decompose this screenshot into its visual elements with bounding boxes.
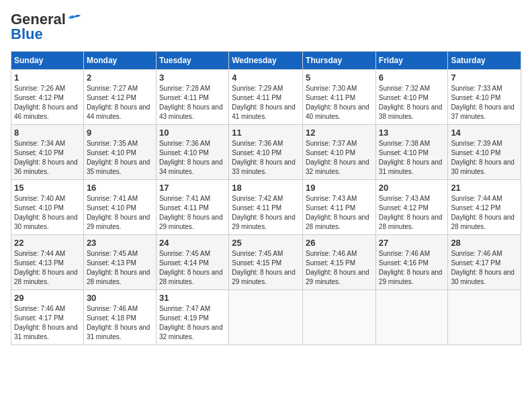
- weekday-header-cell: Monday: [83, 52, 156, 70]
- calendar-day-cell: 27 Sunrise: 7:46 AMSunset: 4:16 PMDaylig…: [375, 235, 448, 290]
- calendar-body: 1 Sunrise: 7:26 AMSunset: 4:12 PMDayligh…: [11, 70, 521, 345]
- calendar-week-row: 8 Sunrise: 7:34 AMSunset: 4:10 PMDayligh…: [11, 125, 521, 180]
- page-header: General Blue: [11, 11, 521, 43]
- calendar-day-cell: 11 Sunrise: 7:36 AMSunset: 4:10 PMDaylig…: [229, 125, 303, 180]
- day-number: 13: [379, 128, 445, 138]
- calendar-day-cell: 15 Sunrise: 7:40 AMSunset: 4:10 PMDaylig…: [11, 180, 84, 235]
- day-number: 26: [306, 238, 373, 248]
- weekday-header-cell: Thursday: [303, 52, 376, 70]
- calendar-day-cell: 20 Sunrise: 7:43 AMSunset: 4:12 PMDaylig…: [375, 180, 448, 235]
- day-info: Sunrise: 7:38 AMSunset: 4:10 PMDaylight:…: [379, 140, 443, 175]
- day-number: 23: [87, 238, 153, 248]
- weekday-header-cell: Saturday: [448, 52, 521, 70]
- calendar-day-cell: [303, 290, 376, 345]
- weekday-header-cell: Wednesday: [229, 52, 303, 70]
- day-number: 6: [379, 73, 445, 83]
- day-number: 21: [451, 183, 518, 193]
- day-number: 14: [451, 128, 518, 138]
- weekday-header-cell: Tuesday: [156, 52, 228, 70]
- day-number: 10: [159, 128, 226, 138]
- calendar-day-cell: 31 Sunrise: 7:47 AMSunset: 4:19 PMDaylig…: [156, 290, 228, 345]
- calendar-day-cell: 30 Sunrise: 7:46 AMSunset: 4:18 PMDaylig…: [83, 290, 156, 345]
- calendar-day-cell: 2 Sunrise: 7:27 AMSunset: 4:12 PMDayligh…: [83, 70, 156, 125]
- calendar-day-cell: 10 Sunrise: 7:36 AMSunset: 4:10 PMDaylig…: [156, 125, 228, 180]
- calendar-day-cell: [448, 290, 521, 345]
- calendar-day-cell: 7 Sunrise: 7:33 AMSunset: 4:10 PMDayligh…: [448, 70, 521, 125]
- day-number: 8: [14, 128, 81, 138]
- calendar-day-cell: 12 Sunrise: 7:37 AMSunset: 4:10 PMDaylig…: [303, 125, 376, 180]
- weekday-header-row: SundayMondayTuesdayWednesdayThursdayFrid…: [11, 52, 521, 70]
- day-number: 18: [232, 183, 300, 193]
- calendar-day-cell: 28 Sunrise: 7:46 AMSunset: 4:17 PMDaylig…: [448, 235, 521, 290]
- calendar-day-cell: 17 Sunrise: 7:41 AMSunset: 4:11 PMDaylig…: [156, 180, 228, 235]
- day-info: Sunrise: 7:41 AMSunset: 4:10 PMDaylight:…: [87, 195, 150, 230]
- calendar-day-cell: 29 Sunrise: 7:46 AMSunset: 4:17 PMDaylig…: [11, 290, 84, 345]
- day-info: Sunrise: 7:28 AMSunset: 4:11 PMDaylight:…: [159, 85, 223, 120]
- calendar-day-cell: 16 Sunrise: 7:41 AMSunset: 4:10 PMDaylig…: [83, 180, 156, 235]
- day-number: 15: [14, 183, 81, 193]
- day-info: Sunrise: 7:44 AMSunset: 4:13 PMDaylight:…: [14, 250, 78, 285]
- day-info: Sunrise: 7:33 AMSunset: 4:10 PMDaylight:…: [451, 85, 515, 120]
- day-number: 3: [159, 73, 226, 83]
- logo-bird-icon: [67, 13, 82, 24]
- day-number: 30: [87, 293, 153, 303]
- day-info: Sunrise: 7:43 AMSunset: 4:11 PMDaylight:…: [306, 195, 369, 230]
- calendar-table: SundayMondayTuesdayWednesdayThursdayFrid…: [11, 51, 521, 345]
- day-info: Sunrise: 7:45 AMSunset: 4:14 PMDaylight:…: [159, 250, 223, 285]
- day-info: Sunrise: 7:29 AMSunset: 4:11 PMDaylight:…: [232, 85, 296, 120]
- day-number: 11: [232, 128, 300, 138]
- day-number: 28: [451, 238, 518, 248]
- calendar-day-cell: 6 Sunrise: 7:32 AMSunset: 4:10 PMDayligh…: [375, 70, 448, 125]
- day-number: 9: [87, 128, 153, 138]
- day-number: 19: [306, 183, 373, 193]
- day-number: 4: [232, 73, 300, 83]
- day-info: Sunrise: 7:41 AMSunset: 4:11 PMDaylight:…: [159, 195, 223, 230]
- day-info: Sunrise: 7:39 AMSunset: 4:10 PMDaylight:…: [451, 140, 515, 175]
- day-number: 27: [379, 238, 445, 248]
- day-info: Sunrise: 7:37 AMSunset: 4:10 PMDaylight:…: [306, 140, 369, 175]
- day-number: 20: [379, 183, 445, 193]
- day-info: Sunrise: 7:36 AMSunset: 4:10 PMDaylight:…: [159, 140, 223, 175]
- day-info: Sunrise: 7:34 AMSunset: 4:10 PMDaylight:…: [14, 140, 78, 175]
- day-number: 2: [87, 73, 153, 83]
- day-info: Sunrise: 7:43 AMSunset: 4:12 PMDaylight:…: [379, 195, 443, 230]
- calendar-week-row: 22 Sunrise: 7:44 AMSunset: 4:13 PMDaylig…: [11, 235, 521, 290]
- day-info: Sunrise: 7:27 AMSunset: 4:12 PMDaylight:…: [87, 85, 150, 120]
- calendar-day-cell: 26 Sunrise: 7:46 AMSunset: 4:15 PMDaylig…: [303, 235, 376, 290]
- calendar-day-cell: 3 Sunrise: 7:28 AMSunset: 4:11 PMDayligh…: [156, 70, 228, 125]
- calendar-day-cell: 9 Sunrise: 7:35 AMSunset: 4:10 PMDayligh…: [83, 125, 156, 180]
- day-info: Sunrise: 7:35 AMSunset: 4:10 PMDaylight:…: [87, 140, 150, 175]
- calendar-day-cell: 4 Sunrise: 7:29 AMSunset: 4:11 PMDayligh…: [229, 70, 303, 125]
- day-info: Sunrise: 7:47 AMSunset: 4:19 PMDaylight:…: [159, 305, 223, 340]
- day-info: Sunrise: 7:46 AMSunset: 4:17 PMDaylight:…: [451, 250, 515, 285]
- calendar-day-cell: 13 Sunrise: 7:38 AMSunset: 4:10 PMDaylig…: [375, 125, 448, 180]
- day-number: 22: [14, 238, 81, 248]
- calendar-day-cell: 23 Sunrise: 7:45 AMSunset: 4:13 PMDaylig…: [83, 235, 156, 290]
- calendar-day-cell: 14 Sunrise: 7:39 AMSunset: 4:10 PMDaylig…: [448, 125, 521, 180]
- calendar-day-cell: 1 Sunrise: 7:26 AMSunset: 4:12 PMDayligh…: [11, 70, 84, 125]
- day-info: Sunrise: 7:45 AMSunset: 4:15 PMDaylight:…: [232, 250, 296, 285]
- day-number: 12: [306, 128, 373, 138]
- logo: General Blue: [11, 11, 82, 43]
- day-info: Sunrise: 7:32 AMSunset: 4:10 PMDaylight:…: [379, 85, 443, 120]
- calendar-day-cell: 21 Sunrise: 7:44 AMSunset: 4:12 PMDaylig…: [448, 180, 521, 235]
- calendar-day-cell: 18 Sunrise: 7:42 AMSunset: 4:11 PMDaylig…: [229, 180, 303, 235]
- day-number: 1: [14, 73, 81, 83]
- day-number: 29: [14, 293, 81, 303]
- calendar-day-cell: 24 Sunrise: 7:45 AMSunset: 4:14 PMDaylig…: [156, 235, 228, 290]
- weekday-header-cell: Sunday: [11, 52, 84, 70]
- day-info: Sunrise: 7:46 AMSunset: 4:15 PMDaylight:…: [306, 250, 369, 285]
- day-info: Sunrise: 7:45 AMSunset: 4:13 PMDaylight:…: [87, 250, 150, 285]
- calendar-week-row: 15 Sunrise: 7:40 AMSunset: 4:10 PMDaylig…: [11, 180, 521, 235]
- day-info: Sunrise: 7:36 AMSunset: 4:10 PMDaylight:…: [232, 140, 296, 175]
- logo-blue: Blue: [11, 26, 43, 43]
- day-info: Sunrise: 7:42 AMSunset: 4:11 PMDaylight:…: [232, 195, 296, 230]
- calendar-day-cell: [229, 290, 303, 345]
- calendar-day-cell: 25 Sunrise: 7:45 AMSunset: 4:15 PMDaylig…: [229, 235, 303, 290]
- calendar-day-cell: 8 Sunrise: 7:34 AMSunset: 4:10 PMDayligh…: [11, 125, 84, 180]
- day-number: 31: [159, 293, 226, 303]
- day-info: Sunrise: 7:40 AMSunset: 4:10 PMDaylight:…: [14, 195, 78, 230]
- day-info: Sunrise: 7:46 AMSunset: 4:16 PMDaylight:…: [379, 250, 443, 285]
- calendar-day-cell: 22 Sunrise: 7:44 AMSunset: 4:13 PMDaylig…: [11, 235, 84, 290]
- day-info: Sunrise: 7:46 AMSunset: 4:18 PMDaylight:…: [87, 305, 150, 340]
